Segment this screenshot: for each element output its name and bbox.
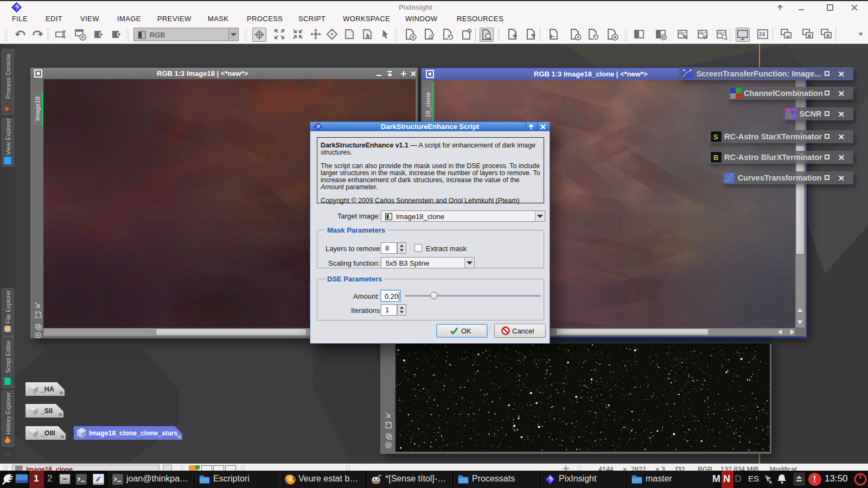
svg-text:24: 24: [759, 31, 765, 37]
svg-text:x: x: [769, 479, 772, 484]
svg-text:B: B: [713, 153, 718, 162]
svg-text:S: S: [713, 133, 718, 141]
